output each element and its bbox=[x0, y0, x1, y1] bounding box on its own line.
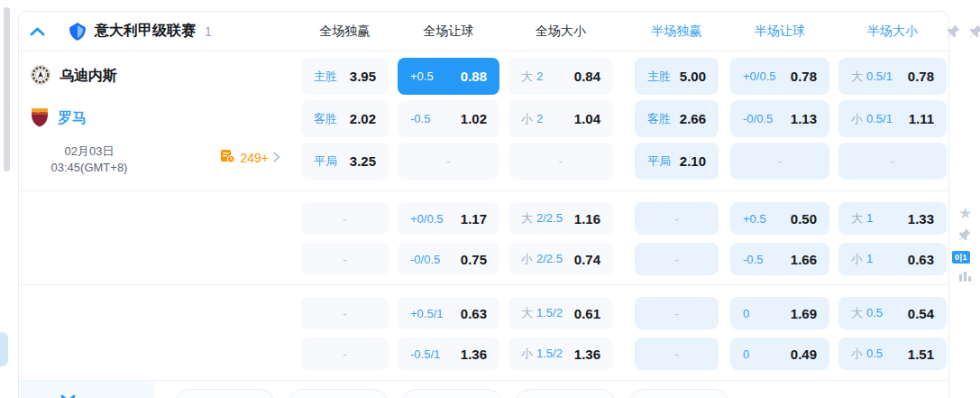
odds-cell-empty[interactable]: - bbox=[730, 143, 829, 180]
handicap-label: +0.5/1 bbox=[410, 307, 444, 320]
collapse-button[interactable] bbox=[30, 23, 45, 40]
odds-cell[interactable]: +0.50.88 bbox=[398, 58, 499, 95]
odds-cell[interactable]: +0.5/10.63 bbox=[398, 297, 499, 329]
page-scrollbar[interactable] bbox=[4, 7, 10, 171]
odds-cell-empty[interactable]: - bbox=[635, 297, 719, 329]
odds-label: -0.5/1 bbox=[410, 347, 440, 361]
odds-cell[interactable]: -0/0.51.13 bbox=[730, 100, 829, 137]
fulltime-odds-block: 乌迪内斯 罗马 02月03日 03:45(GMT+8) bbox=[19, 51, 948, 190]
pin-icon[interactable] bbox=[968, 23, 980, 42]
odds-value: 1.11 bbox=[909, 111, 934, 126]
odds-cell[interactable]: +0/0.50.78 bbox=[730, 58, 829, 95]
odds-cell[interactable]: 小1.5/21.36 bbox=[508, 338, 613, 370]
odds-cell-empty[interactable]: - bbox=[301, 338, 389, 370]
column-header[interactable]: 半场独赢 bbox=[635, 23, 719, 40]
odds-cell[interactable]: -0.5/11.36 bbox=[398, 338, 499, 370]
odds-cell[interactable]: 大0.50.54 bbox=[838, 297, 947, 329]
match-date: 02月03日 bbox=[26, 143, 152, 160]
odds-cell[interactable]: 小21.04 bbox=[508, 100, 613, 137]
handicap-label: 客胜 bbox=[314, 112, 337, 125]
odds-cell[interactable]: 大11.33 bbox=[838, 202, 947, 235]
odds-label: -0.5 bbox=[743, 253, 763, 266]
odds-cell[interactable]: -0.51.02 bbox=[398, 100, 499, 137]
floating-edge-widget[interactable] bbox=[0, 332, 8, 366]
odds-cell-empty[interactable]: - bbox=[635, 338, 719, 370]
odds-label: 小0.5 bbox=[851, 346, 883, 362]
chevron-right-icon bbox=[273, 150, 280, 166]
column-header[interactable]: 半场让球 bbox=[730, 23, 829, 40]
handicap-label: 0.5/1 bbox=[866, 112, 893, 125]
bar-chart-icon[interactable] bbox=[958, 269, 980, 287]
odds-label: 0 bbox=[743, 307, 749, 320]
footer-filter-pill[interactable] bbox=[401, 389, 502, 398]
odds-cell[interactable]: 大2/2.51.16 bbox=[508, 202, 613, 235]
score-stat-badge[interactable]: 0|1 bbox=[952, 251, 970, 264]
odds-value: 0.63 bbox=[908, 252, 934, 267]
odds-cell-empty[interactable]: - bbox=[635, 243, 719, 275]
odds-cell[interactable]: 客胜2.66 bbox=[635, 100, 719, 137]
odds-cell[interactable]: 小0.5/11.11 bbox=[838, 100, 947, 137]
odds-cell[interactable]: 小0.51.51 bbox=[838, 338, 947, 370]
footer-filter-pill[interactable] bbox=[288, 389, 389, 398]
footer-filter-pill[interactable] bbox=[628, 389, 729, 398]
odds-value: 2.66 bbox=[680, 111, 706, 126]
odds-cell-empty[interactable]: - bbox=[398, 143, 499, 180]
match-count: 1 bbox=[205, 24, 212, 39]
odds-cell[interactable]: 平局2.10 bbox=[635, 143, 719, 180]
odds-cell[interactable]: 大1.5/20.61 bbox=[508, 297, 613, 329]
odds-label: 大2/2.5 bbox=[521, 210, 563, 227]
odds-label: -0/0.5 bbox=[743, 112, 773, 125]
handicap-label: 主胜 bbox=[647, 69, 671, 83]
match-start-time: 03:45(GMT+8) bbox=[26, 160, 152, 176]
odds-cell[interactable]: 大0.5/10.78 bbox=[838, 58, 947, 95]
footer-filter-pill[interactable] bbox=[515, 389, 616, 398]
odds-cell[interactable]: 01.69 bbox=[730, 297, 829, 329]
odds-value: 0.61 bbox=[574, 306, 600, 321]
odds-cell[interactable]: -0/0.50.75 bbox=[398, 243, 499, 275]
odds-value: 1.13 bbox=[791, 111, 817, 126]
away-team-row[interactable]: 罗马 bbox=[31, 100, 87, 137]
odds-cell[interactable]: 小2/2.50.74 bbox=[508, 243, 613, 275]
pin-icon[interactable] bbox=[946, 23, 961, 42]
odds-cell[interactable]: 小10.63 bbox=[838, 243, 947, 275]
handicap-label: 平局 bbox=[647, 154, 671, 168]
chevron-down-icon bbox=[60, 391, 154, 398]
secondary-odds-block: -+0/0.51.17大2/2.51.16-+0.50.50大11.33--0/… bbox=[19, 190, 948, 284]
more-markets-link[interactable]: 249+ bbox=[220, 149, 280, 167]
handicap-label: 0 bbox=[743, 347, 749, 361]
odds-label: 大1 bbox=[851, 210, 873, 227]
odds-cell[interactable]: 00.49 bbox=[730, 338, 829, 370]
column-header[interactable]: 全场大小 bbox=[508, 23, 613, 40]
odds-cell[interactable]: +0.50.50 bbox=[730, 202, 829, 235]
chevron-up-icon bbox=[30, 23, 45, 40]
home-team-badge-icon bbox=[31, 65, 50, 88]
home-team-name: 乌迪内斯 bbox=[60, 67, 117, 86]
odds-cell[interactable]: 客胜2.02 bbox=[301, 100, 389, 137]
handicap-label: 1.5/2 bbox=[536, 306, 563, 319]
odds-value: 1.51 bbox=[908, 347, 934, 362]
odds-cell-empty[interactable]: - bbox=[301, 202, 389, 235]
odds-cell-empty[interactable]: - bbox=[301, 243, 389, 275]
odds-cell[interactable]: 主胜3.95 bbox=[301, 58, 389, 95]
column-header[interactable]: 全场独赢 bbox=[301, 23, 389, 40]
odds-cell[interactable]: +0/0.51.17 bbox=[398, 202, 499, 235]
footer-collapse-panel[interactable] bbox=[19, 381, 154, 398]
markets-list-icon bbox=[220, 149, 235, 167]
odds-cell-empty[interactable]: - bbox=[301, 297, 389, 329]
footer-filter-pill[interactable] bbox=[174, 389, 275, 398]
odds-cell[interactable]: -0.51.66 bbox=[730, 243, 829, 275]
odds-cell[interactable]: 平局3.25 bbox=[301, 143, 389, 180]
favorite-star-icon[interactable]: ★ bbox=[958, 206, 980, 221]
odds-cell-empty[interactable]: - bbox=[838, 143, 947, 180]
header-pin-group bbox=[946, 23, 980, 42]
pin-icon[interactable] bbox=[957, 227, 980, 245]
column-header[interactable]: 半场大小 bbox=[838, 23, 947, 40]
odds-cell-empty[interactable]: - bbox=[508, 143, 613, 180]
odds-row: --0.5/11.36小1.5/21.36-00.49小0.51.51 bbox=[19, 338, 948, 370]
odds-cell-empty[interactable]: - bbox=[635, 202, 719, 235]
odds-cell[interactable]: 大20.84 bbox=[508, 58, 613, 95]
over-under-prefix: 小 bbox=[521, 112, 533, 125]
odds-cell[interactable]: 主胜5.00 bbox=[635, 58, 719, 95]
home-team-row[interactable]: 乌迪内斯 bbox=[31, 58, 117, 95]
column-header[interactable]: 全场让球 bbox=[398, 23, 499, 40]
